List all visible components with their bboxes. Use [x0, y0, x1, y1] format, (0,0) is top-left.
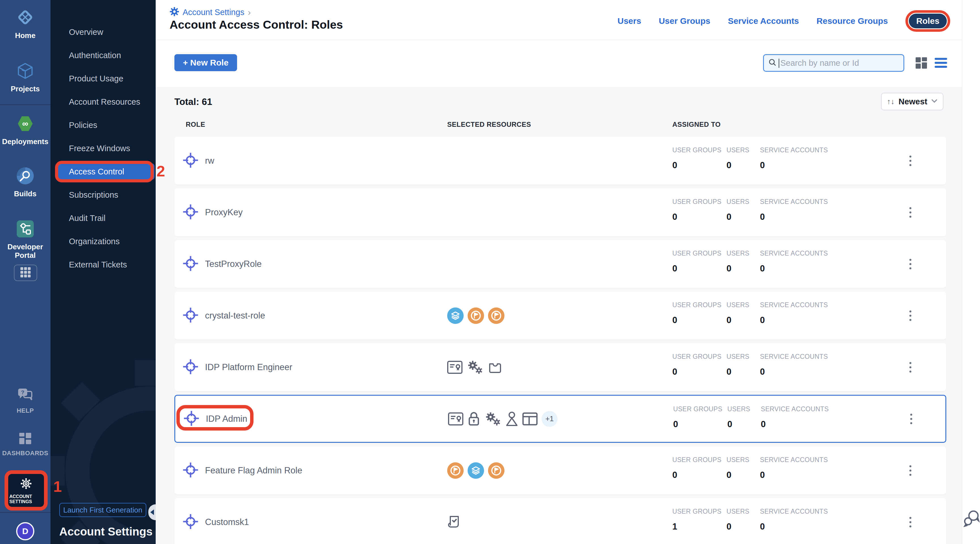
row-menu-button[interactable]	[907, 411, 915, 427]
total-count: Total: 61	[174, 96, 212, 107]
user-avatar[interactable]: D	[16, 522, 34, 540]
table-row[interactable]: TestProxyRole USER GROUPS0 USERS0 SERVIC…	[174, 240, 946, 288]
rail-item-projects[interactable]: Projects	[0, 62, 51, 93]
sort-dropdown[interactable]: ↑↓ Newest	[881, 93, 943, 110]
certificate-icon	[448, 412, 463, 425]
role-name: TestProxyRole	[205, 259, 262, 269]
user-groups-label: USER GROUPS	[672, 508, 727, 515]
sidebar-item-account-resources[interactable]: Account Resources	[51, 90, 156, 113]
service-accounts-label: SERVICE ACCOUNTS	[760, 146, 828, 154]
list-view-icon[interactable]	[935, 58, 947, 69]
annotation-step-2: 2	[156, 162, 165, 180]
selected-resources	[447, 291, 504, 339]
table-row[interactable]: Customsk1 USER GROUPS1 USERS0 SERVICE AC…	[174, 498, 946, 544]
text-caret	[779, 59, 779, 68]
new-role-button[interactable]: + New Role	[174, 54, 237, 71]
role-crosshair-icon	[182, 513, 199, 531]
role-name: Customsk1	[205, 517, 249, 527]
assigned-to-cell: USER GROUPS0 USERS0 SERVICE ACCOUNTS0	[672, 301, 828, 325]
rail-item-builds[interactable]: Builds	[0, 167, 51, 198]
sidebar-item-overview[interactable]: Overview	[51, 21, 156, 44]
primary-nav-rail: Home Projects ∞ Deployments Builds Devel…	[0, 0, 51, 544]
role-crosshair-icon	[182, 307, 199, 324]
sort-arrows-icon: ↑↓	[887, 97, 895, 106]
sidebar-item-organizations[interactable]: Organizations	[51, 230, 156, 253]
user-groups-label: USER GROUPS	[672, 146, 727, 154]
row-menu-button[interactable]	[907, 462, 914, 479]
tab-roles[interactable]: Roles	[909, 14, 947, 29]
user-groups-value: 0	[672, 264, 727, 274]
role-name: ProxyKey	[205, 207, 243, 218]
users-label: USERS	[727, 353, 760, 361]
assigned-to-cell: USER GROUPS0 USERS0 SERVICE ACCOUNTS0	[672, 198, 828, 222]
tab-users[interactable]: Users	[617, 16, 641, 26]
main-content: Account Settings › Account Access Contro…	[156, 0, 980, 544]
selected-resources	[447, 343, 503, 391]
table-row[interactable]: IDP Admin +1 USER GROUPS0 USERS0 SERVICE…	[174, 395, 946, 443]
row-menu-button[interactable]	[907, 204, 914, 220]
chevron-down-icon	[931, 99, 937, 104]
tab-resource-groups[interactable]: Resource Groups	[817, 16, 888, 26]
table-row[interactable]: Feature Flag Admin Role USER GROUPS0 USE…	[174, 447, 946, 495]
row-menu-button[interactable]	[907, 153, 914, 169]
apps-launcher-button[interactable]	[14, 265, 37, 281]
table-row[interactable]: crystal-test-role USER GROUPS0 USERS0 SE…	[174, 291, 946, 339]
row-menu-button[interactable]	[907, 307, 914, 324]
breadcrumb-link[interactable]: Account Settings	[183, 8, 245, 17]
users-label: USERS	[727, 146, 760, 154]
users-label: USERS	[727, 405, 761, 413]
roles-table: rw USER GROUPS0 USERS0 SERVICE ACCOUNTS0…	[174, 137, 946, 544]
users-label: USERS	[727, 508, 760, 515]
table-row[interactable]: rw USER GROUPS0 USERS0 SERVICE ACCOUNTS0	[174, 137, 946, 185]
tab-service-accounts[interactable]: Service Accounts	[728, 16, 799, 26]
user-groups-value: 0	[672, 367, 727, 377]
service-accounts-label: SERVICE ACCOUNTS	[760, 456, 828, 464]
table-row[interactable]: ProxyKey USER GROUPS0 USERS0 SERVICE ACC…	[174, 188, 946, 236]
rail-item-deployments[interactable]: ∞ Deployments	[0, 115, 51, 146]
sidebar-item-policies[interactable]: Policies	[51, 113, 156, 137]
service-accounts-value: 0	[760, 470, 828, 480]
service-accounts-value: 0	[761, 419, 829, 429]
row-menu-button[interactable]	[907, 514, 914, 530]
users-value: 0	[727, 419, 761, 429]
role-cell: crystal-test-role	[182, 291, 265, 339]
role-crosshair-icon	[182, 462, 199, 479]
lock-icon	[467, 411, 480, 426]
user-groups-label: USER GROUPS	[672, 198, 727, 206]
sidebar-item-authentication[interactable]: Authentication	[51, 44, 156, 67]
projects-icon	[16, 62, 34, 81]
rail-item-help[interactable]: ? HELP	[0, 388, 51, 414]
role-crosshair-icon	[182, 152, 199, 170]
sidebar-item-external-tickets[interactable]: External Tickets	[51, 253, 156, 276]
search-input[interactable]	[780, 59, 894, 68]
breadcrumb-separator: ›	[248, 7, 251, 17]
svg-text:∞: ∞	[22, 119, 28, 128]
sidebar-item-audit-trail[interactable]: Audit Trail	[51, 207, 156, 230]
sidebar-item-freeze-windows[interactable]: Freeze Windows	[51, 137, 156, 160]
row-menu-button[interactable]	[907, 256, 914, 272]
sidebar-item-subscriptions[interactable]: Subscriptions	[51, 183, 156, 207]
user-groups-label: USER GROUPS	[672, 353, 727, 361]
sidebar-item-access-control[interactable]: Access Control	[51, 160, 156, 183]
service-accounts-value: 0	[760, 212, 828, 222]
rail-item-dashboards[interactable]: DASHBOARDS	[0, 432, 51, 457]
grid-view-icon[interactable]	[915, 57, 928, 70]
assigned-to-cell: USER GROUPS0 USERS0 SERVICE ACCOUNTS0	[672, 456, 828, 480]
role-cell: IDP Admin	[183, 396, 247, 442]
search-box	[763, 54, 904, 72]
rail-item-account-settings[interactable]: ACCOUNT SETTINGS	[8, 474, 44, 507]
service-accounts-label: SERVICE ACCOUNTS	[760, 301, 828, 309]
flag-icon	[488, 462, 504, 479]
table-row[interactable]: IDP Platform Engineer USER GROUPS0 USERS…	[174, 343, 946, 391]
rail-item-home[interactable]: Home	[0, 8, 51, 40]
rail-item-developer-portal[interactable]: Developer Portal	[0, 220, 51, 259]
sidebar-item-product-usage[interactable]: Product Usage	[51, 67, 156, 90]
selected-resources: +1	[448, 396, 557, 442]
tab-user-groups[interactable]: User Groups	[659, 16, 710, 26]
launch-first-generation-button[interactable]: Launch First Generation	[59, 503, 146, 517]
search-icon	[768, 59, 776, 67]
role-crosshair-icon	[183, 410, 200, 428]
annotation-step-1: 1	[53, 478, 62, 495]
chat-support-icon[interactable]	[964, 509, 980, 528]
row-menu-button[interactable]	[907, 359, 914, 375]
